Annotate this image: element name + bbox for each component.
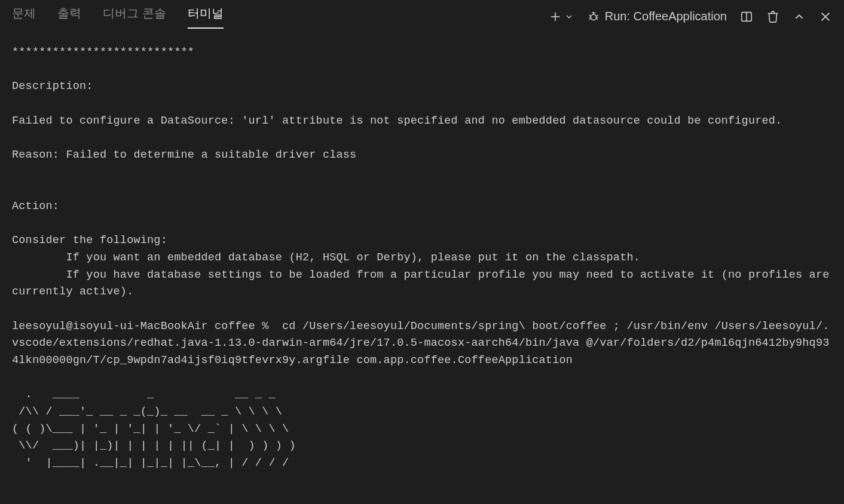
tab-debug-console[interactable]: 디버그 콘솔 (103, 5, 166, 27)
terminal-toolbar: Run: CoffeeApplication (549, 10, 832, 23)
maximize-panel-button[interactable] (793, 10, 806, 23)
tab-problems[interactable]: 문제 (12, 5, 36, 27)
terminal-output[interactable]: *************************** Description:… (0, 33, 844, 483)
chevron-up-icon (793, 10, 806, 23)
kill-terminal-button[interactable] (766, 10, 779, 23)
close-panel-button[interactable] (819, 10, 832, 23)
chevron-down-icon (564, 12, 574, 21)
svg-point-2 (591, 14, 596, 20)
trash-icon (766, 10, 779, 23)
run-profile-text: Run: CoffeeApplication (605, 10, 727, 23)
new-terminal-button[interactable] (549, 10, 574, 23)
panel-header: 문제 출력 디버그 콘솔 터미널 Run: CoffeeApplication (0, 0, 844, 33)
svg-line-7 (589, 18, 591, 19)
close-icon (819, 10, 832, 23)
split-icon (740, 10, 753, 23)
svg-line-8 (595, 18, 598, 19)
panel-tabs: 문제 출력 디버그 콘솔 터미널 (12, 5, 224, 27)
tab-terminal[interactable]: 터미널 (188, 5, 224, 27)
split-terminal-button[interactable] (740, 10, 753, 23)
tab-output[interactable]: 출력 (57, 5, 81, 27)
svg-line-6 (595, 15, 598, 16)
terminal-profile-label[interactable]: Run: CoffeeApplication (587, 10, 727, 23)
debug-icon (587, 10, 600, 23)
svg-line-5 (589, 15, 591, 16)
plus-icon (549, 10, 562, 23)
